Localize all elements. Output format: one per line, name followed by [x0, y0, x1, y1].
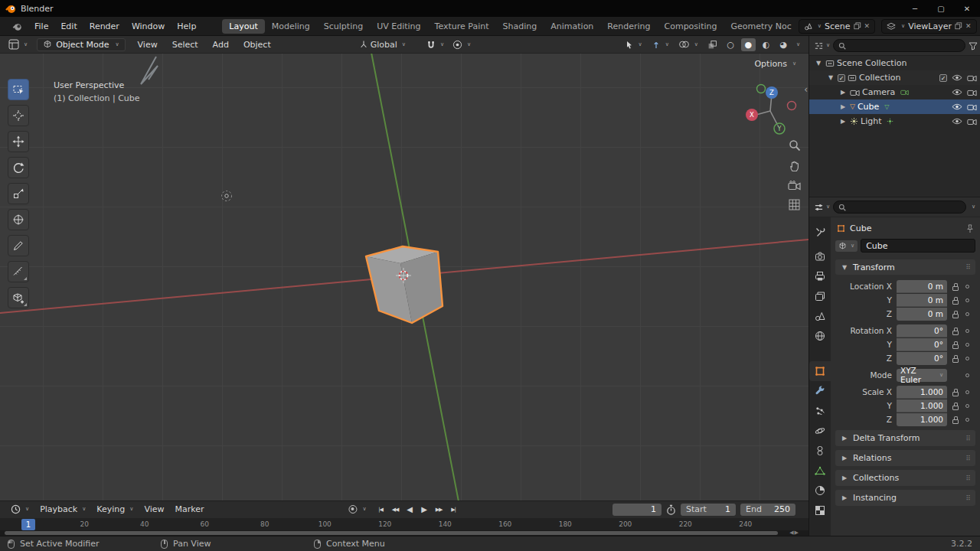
scale-z-field[interactable]: 1.000 [897, 413, 947, 426]
drag-dots-icon[interactable]: ⠿ [965, 474, 971, 482]
collection-checkbox[interactable]: ✓ [838, 74, 845, 82]
previous-keyframe-button[interactable]: ◀◀ [389, 504, 402, 516]
outliner-row-cube[interactable]: ▶ ▽ Cube ▽ [809, 99, 980, 114]
timeline-scrollbar[interactable]: ◀▶ [0, 530, 808, 536]
gizmos-toggle[interactable]: ∨ [648, 38, 672, 51]
outliner-row-scene-collection[interactable]: ▼ Scene Collection [809, 56, 980, 70]
location-z-field[interactable]: 0 m [897, 308, 947, 321]
viewport-3d[interactable]: User Perspective (1) Collection | Cube O… [0, 54, 808, 500]
maximize-button[interactable]: ▢ [928, 0, 954, 17]
menu-marker[interactable]: Marker [170, 503, 210, 516]
menu-add[interactable]: Add [207, 38, 235, 51]
transform-panel-header[interactable]: ▼ Transform ⠿ [835, 259, 975, 275]
outliner-search[interactable] [833, 39, 965, 52]
overlays-toggle[interactable]: ∨ [675, 38, 701, 51]
camera-view-icon[interactable] [788, 181, 801, 191]
menu-object[interactable]: Object [237, 38, 277, 51]
tab-scene[interactable] [809, 306, 831, 326]
close-button[interactable]: ✕ [954, 0, 980, 17]
tool-measure[interactable] [8, 261, 29, 282]
keyframe-dot-icon[interactable] [965, 343, 969, 347]
camera-render-icon[interactable] [967, 103, 977, 111]
timeline-editor-type-button[interactable]: ∨ [5, 503, 34, 516]
drag-dots-icon[interactable]: ⠿ [965, 263, 971, 271]
disclosure-right-icon[interactable]: ▶ [838, 89, 848, 96]
scale-y-field[interactable]: 1.000 [897, 399, 947, 412]
section-collections[interactable]: ▶Collections⠿ [835, 470, 975, 486]
rotation-mode-select[interactable]: XYZ Euler∨ [897, 369, 947, 382]
section-instancing[interactable]: ▶Instancing⠿ [835, 490, 975, 506]
scrollbar-arrows-icon[interactable]: ◀▶ [789, 530, 799, 536]
lock-icon[interactable] [952, 341, 959, 348]
jump-to-end-button[interactable]: ▶| [447, 504, 460, 516]
menu-select[interactable]: Select [166, 38, 204, 51]
scene-selector[interactable]: ∨ Scene ✕ [799, 19, 875, 34]
tab-object[interactable] [809, 361, 831, 381]
tab-output[interactable] [809, 266, 831, 286]
tab-modifiers[interactable] [809, 381, 831, 401]
filter-icon[interactable] [969, 41, 978, 51]
disclosure-down-icon[interactable]: ▼ [814, 60, 823, 67]
menu-render[interactable]: Render [83, 19, 126, 34]
navigation-gizmo[interactable]: Z X Y [744, 83, 799, 138]
orthographic-grid-icon[interactable] [789, 199, 800, 210]
tab-render[interactable] [809, 246, 831, 266]
properties-search[interactable] [833, 201, 966, 214]
lock-icon[interactable] [952, 355, 959, 362]
lock-icon[interactable] [952, 283, 959, 290]
play-button[interactable]: ▶ [418, 504, 431, 516]
rotation-x-field[interactable]: 0° [897, 324, 947, 337]
camera-render-icon[interactable] [967, 118, 977, 126]
tab-object-data[interactable] [809, 461, 831, 481]
keyframe-dot-icon[interactable] [965, 357, 969, 360]
rotation-y-field[interactable]: 0° [897, 338, 947, 351]
workspace-tab-shading[interactable]: Shading [496, 19, 544, 34]
location-y-field[interactable]: 0 m [897, 294, 947, 307]
menu-window[interactable]: Window [126, 19, 171, 34]
keyframe-dot-icon[interactable] [965, 373, 969, 377]
outliner-editor-type-button[interactable]: ∨ [814, 41, 830, 51]
disclosure-down-icon[interactable]: ▼ [826, 74, 835, 81]
location-x-field[interactable]: 0 m [897, 280, 947, 293]
tab-texture[interactable] [809, 500, 831, 520]
transform-orientation-select[interactable]: Global ∨ [356, 38, 409, 51]
play-reverse-button[interactable]: ◀ [403, 504, 416, 516]
workspace-tab-sculpting[interactable]: Sculpting [317, 19, 370, 34]
cube-object[interactable] [358, 245, 447, 329]
workspace-tab-layout[interactable]: Layout [222, 19, 264, 34]
tab-material[interactable] [809, 481, 831, 500]
menu-file[interactable]: File [28, 19, 54, 34]
workspace-tab-rendering[interactable]: Rendering [600, 19, 657, 34]
object-name-input[interactable] [861, 239, 975, 253]
lock-icon[interactable] [952, 328, 959, 334]
options-button[interactable]: Options ∨ [754, 59, 796, 69]
keyframe-dot-icon[interactable] [965, 418, 969, 422]
rotation-z-field[interactable]: 0° [897, 352, 947, 365]
menu-keying[interactable]: Keying∨ [91, 503, 139, 516]
lock-icon[interactable] [952, 311, 959, 318]
auto-keying-toggle[interactable] [348, 505, 357, 514]
shading-solid-button[interactable]: ● [741, 38, 756, 51]
workspace-tab-modeling[interactable]: Modeling [265, 19, 317, 34]
eye-icon[interactable] [952, 89, 962, 96]
jump-to-start-button[interactable]: |◀ [374, 504, 387, 516]
proportional-edit-toggle[interactable]: ∨ [449, 38, 474, 51]
tool-move[interactable] [8, 131, 29, 152]
tab-world[interactable] [809, 326, 831, 346]
drag-dots-icon[interactable]: ⠿ [965, 435, 971, 442]
new-scene-icon[interactable] [854, 22, 861, 30]
eye-icon[interactable] [952, 103, 962, 110]
light-gizmo[interactable] [220, 189, 234, 203]
outliner-row-light[interactable]: ▶ Light [809, 114, 980, 129]
menu-view[interactable]: View [132, 38, 164, 51]
eye-icon[interactable] [952, 74, 962, 81]
keyframe-dot-icon[interactable] [965, 390, 969, 394]
app-menu-button[interactable] [6, 19, 28, 34]
lock-icon[interactable] [952, 297, 959, 304]
tool-cursor[interactable] [8, 105, 29, 126]
sidebar-collapse-icon[interactable]: ‹ [804, 84, 808, 95]
unlink-scene-icon[interactable]: ✕ [864, 22, 871, 30]
tool-scale[interactable] [8, 183, 29, 204]
tool-add-cube[interactable] [8, 287, 29, 308]
drag-dots-icon[interactable]: ⠿ [965, 455, 971, 462]
